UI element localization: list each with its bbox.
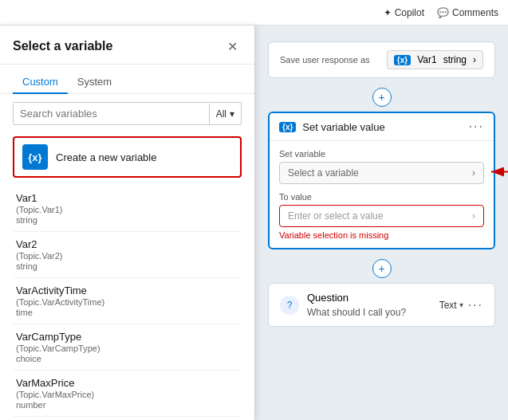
plus-icon: + bbox=[378, 262, 384, 275]
chevron-right-icon: › bbox=[472, 167, 475, 179]
create-var-label: Create a new variable bbox=[56, 151, 156, 163]
question-icon: ? bbox=[280, 296, 299, 315]
plus-connector: + bbox=[268, 88, 495, 107]
var-type: choice bbox=[16, 354, 238, 363]
set-variable-body: Set variable Select a variable › bbox=[270, 141, 494, 248]
var-topic: (Topic.VarActivityTime) bbox=[16, 297, 238, 307]
question-left: ? Question What should I call you? bbox=[280, 292, 406, 318]
close-button[interactable]: ✕ bbox=[222, 37, 242, 56]
tab-system[interactable]: System bbox=[68, 71, 121, 94]
var1-name: Var1 bbox=[417, 54, 436, 65]
canvas-content: Save user response as {x} Var1 string › … bbox=[255, 26, 508, 420]
select-variable-placeholder: Select a variable bbox=[288, 167, 359, 179]
comments-button[interactable]: 💬 Comments bbox=[437, 7, 498, 18]
var-name: VarCampType bbox=[16, 331, 238, 343]
question-type-dropdown[interactable]: Text ▾ bbox=[439, 300, 463, 311]
var-topic: (Topic.Var2) bbox=[16, 251, 238, 261]
var-name: VarMaxPrice bbox=[16, 377, 238, 389]
var-type: string bbox=[16, 215, 238, 225]
variable-item-varmaxprice[interactable]: VarMaxPrice (Topic.VarMaxPrice) number bbox=[13, 371, 242, 417]
var-badge: {x} bbox=[394, 55, 411, 65]
tabs: Custom System bbox=[0, 65, 254, 94]
comments-icon: 💬 bbox=[437, 7, 449, 18]
var-type: string bbox=[16, 261, 238, 271]
question-right: Text ▾ ··· bbox=[439, 298, 483, 312]
to-value-field[interactable]: Enter or select a value › bbox=[279, 205, 484, 227]
var-topic: (Topic.Var1) bbox=[16, 205, 238, 214]
filter-dropdown[interactable]: All ▾ bbox=[209, 104, 241, 124]
tab-custom[interactable]: Custom bbox=[13, 71, 68, 94]
chevron-right-icon: › bbox=[473, 54, 476, 65]
variable-item-var2[interactable]: Var2 (Topic.Var2) string bbox=[13, 232, 242, 278]
chevron-down-icon: ▾ bbox=[459, 300, 463, 309]
create-variable-button[interactable]: {x} Create a new variable bbox=[13, 136, 242, 178]
main-layout: Select a variable ✕ Custom System All ▾ … bbox=[0, 26, 508, 420]
save-response-label: Save user response as bbox=[280, 55, 370, 65]
save-response-value[interactable]: {x} Var1 string › bbox=[387, 50, 483, 69]
panel-header: Select a variable ✕ bbox=[0, 26, 254, 65]
close-icon: ✕ bbox=[227, 39, 238, 54]
set-variable-card: {x} Set variable value ··· Set variable … bbox=[268, 112, 495, 249]
set-variable-label: Set variable bbox=[279, 149, 484, 159]
chevron-down-icon: ▾ bbox=[230, 108, 234, 120]
var-type: time bbox=[16, 308, 238, 317]
options-dots[interactable]: ··· bbox=[469, 120, 484, 134]
plus-button-2[interactable]: + bbox=[372, 259, 392, 278]
question-options-dots[interactable]: ··· bbox=[468, 298, 483, 312]
question-sub: What should I call you? bbox=[307, 307, 406, 318]
copilot-label: Copilot bbox=[395, 7, 424, 18]
variable-list: Var1 (Topic.Var1) string Var2 (Topic.Var… bbox=[0, 186, 254, 420]
create-var-icon: {x} bbox=[22, 144, 48, 170]
var-topic: (Topic.VarCampType) bbox=[16, 343, 238, 353]
variable-item-varcamptype[interactable]: VarCampType (Topic.VarCampType) choice bbox=[13, 324, 242, 371]
set-variable-title-group: {x} Set variable value bbox=[279, 121, 385, 133]
red-arrow-indicator bbox=[488, 164, 508, 183]
search-input[interactable] bbox=[14, 103, 209, 124]
top-bar: ✦ Copilot 💬 Comments bbox=[0, 0, 508, 26]
var-type: number bbox=[16, 400, 238, 410]
copilot-icon: ✦ bbox=[384, 7, 392, 18]
enter-value-placeholder: Enter or select a value bbox=[288, 210, 383, 222]
save-response-card: Save user response as {x} Var1 string › bbox=[268, 41, 495, 78]
var-name: Var2 bbox=[16, 238, 238, 250]
plus-button[interactable]: + bbox=[372, 88, 392, 107]
plus-connector-2: + bbox=[268, 259, 495, 278]
select-variable-field[interactable]: Select a variable › bbox=[279, 162, 484, 184]
question-card: ? Question What should I call you? Text … bbox=[268, 283, 495, 327]
plus-icon: + bbox=[378, 91, 384, 104]
save-response-content: Save user response as {x} Var1 string › bbox=[269, 42, 494, 77]
question-info: Question What should I call you? bbox=[307, 292, 406, 318]
var-name: VarActivityTime bbox=[16, 285, 238, 296]
select-variable-panel: Select a variable ✕ Custom System All ▾ … bbox=[0, 26, 255, 420]
question-title: Question bbox=[307, 292, 406, 304]
error-message: Variable selection is missing bbox=[279, 230, 484, 240]
filter-label: All bbox=[216, 108, 226, 120]
set-variable-header: {x} Set variable value ··· bbox=[270, 113, 494, 141]
var-name: Var1 bbox=[16, 192, 238, 204]
search-bar: All ▾ bbox=[13, 102, 242, 125]
var-topic: (Topic.VarMaxPrice) bbox=[16, 390, 238, 399]
set-variable-title: Set variable value bbox=[302, 121, 384, 133]
variable-item-varactivitytime[interactable]: VarActivityTime (Topic.VarActivityTime) … bbox=[13, 278, 242, 324]
variable-item-var1[interactable]: Var1 (Topic.Var1) string bbox=[13, 186, 242, 232]
question-type-label: Text bbox=[439, 300, 457, 311]
comments-label: Comments bbox=[452, 7, 498, 18]
set-var-badge: {x} bbox=[279, 122, 296, 132]
panel-title: Select a variable bbox=[13, 39, 112, 53]
chevron-right-icon: › bbox=[472, 210, 475, 222]
copilot-button[interactable]: ✦ Copilot bbox=[384, 7, 424, 18]
to-value-label: To value bbox=[279, 192, 484, 202]
var1-type: string bbox=[443, 54, 467, 65]
